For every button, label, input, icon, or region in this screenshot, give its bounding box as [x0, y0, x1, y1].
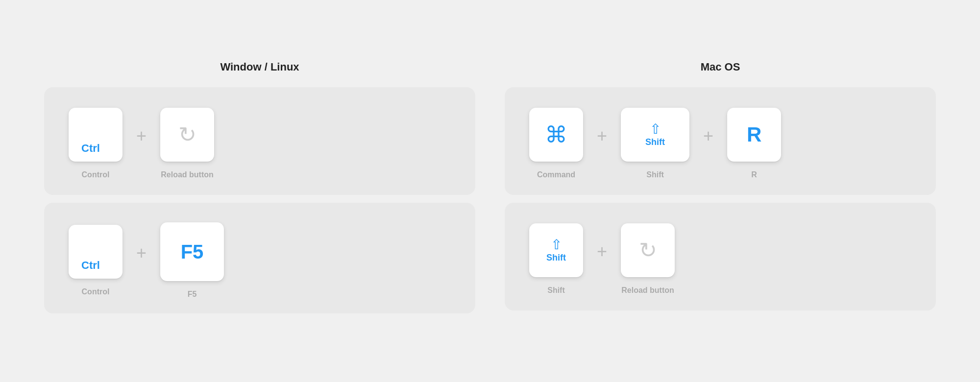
- shift-content-1: ⇧ Shift: [645, 122, 665, 147]
- ctrl-caption-1: Control: [82, 170, 110, 179]
- macos-header: Mac OS: [490, 61, 951, 73]
- ctrl-caption-2: Control: [82, 287, 110, 296]
- shift-arrow-icon-2: ⇧: [551, 238, 562, 252]
- ctrl-key-1: Ctrl: [69, 108, 122, 162]
- ctrl-label-2: Ctrl: [77, 259, 114, 272]
- f5-caption: F5: [188, 290, 197, 299]
- command-key: ⌘: [529, 108, 583, 162]
- plus-5: +: [597, 241, 607, 277]
- shift-content-2: ⇧ Shift: [546, 238, 566, 263]
- reload-key-2: ↻: [621, 223, 675, 277]
- windows-column: Ctrl Control + ↻ Reload button Ctrl: [29, 87, 490, 321]
- reload-caption-1: Reload button: [161, 170, 214, 179]
- reload-icon-2: ↻: [639, 239, 657, 261]
- shift-text-2: Shift: [546, 253, 566, 263]
- command-icon: ⌘: [545, 123, 567, 146]
- shift-arrow-icon-1: ⇧: [650, 122, 661, 136]
- mac-shortcut-1: ⌘ Command + ⇧ Shift Shift + R R: [505, 87, 936, 195]
- plus-3: +: [597, 126, 607, 161]
- f5-key-group: F5 F5: [160, 222, 224, 299]
- mac-shortcut-2: ⇧ Shift Shift + ↻ Reload button: [505, 203, 936, 310]
- ctrl-key-2: Ctrl: [69, 225, 122, 279]
- f5-label: F5: [181, 241, 204, 263]
- plus-4: +: [703, 126, 713, 161]
- reload-key-1: ↻: [160, 108, 214, 162]
- macos-column: ⌘ Command + ⇧ Shift Shift + R R: [490, 87, 951, 321]
- shift-key-group-1: ⇧ Shift Shift: [621, 108, 689, 179]
- ctrl-key-group-2: Ctrl Control: [69, 225, 122, 296]
- shift-caption-2: Shift: [547, 286, 565, 295]
- command-key-group: ⌘ Command: [529, 108, 583, 179]
- ctrl-label-1: Ctrl: [77, 142, 114, 155]
- windows-shortcut-1: Ctrl Control + ↻ Reload button: [44, 87, 475, 195]
- ctrl-key-group-1: Ctrl Control: [69, 108, 122, 179]
- shift-caption-1: Shift: [646, 170, 664, 179]
- r-key: R: [727, 108, 781, 162]
- shift-key-group-2: ⇧ Shift Shift: [529, 223, 583, 295]
- shift-key-1: ⇧ Shift: [621, 108, 689, 162]
- windows-header: Window / Linux: [29, 61, 490, 73]
- command-caption: Command: [537, 170, 575, 179]
- f5-key: F5: [160, 222, 224, 281]
- reload-key-group-2: ↻ Reload button: [621, 223, 675, 295]
- r-caption: R: [751, 170, 757, 179]
- windows-shortcut-2: Ctrl Control + F5 F5: [44, 203, 475, 313]
- shift-text-1: Shift: [645, 137, 665, 147]
- reload-key-group-1: ↻ Reload button: [160, 108, 214, 179]
- shift-key-2: ⇧ Shift: [529, 223, 583, 277]
- plus-2: +: [136, 243, 147, 278]
- r-key-group: R R: [727, 108, 781, 179]
- reload-icon-1: ↻: [178, 124, 196, 145]
- plus-1: +: [136, 126, 147, 161]
- reload-caption-2: Reload button: [621, 286, 674, 295]
- r-label: R: [747, 123, 761, 146]
